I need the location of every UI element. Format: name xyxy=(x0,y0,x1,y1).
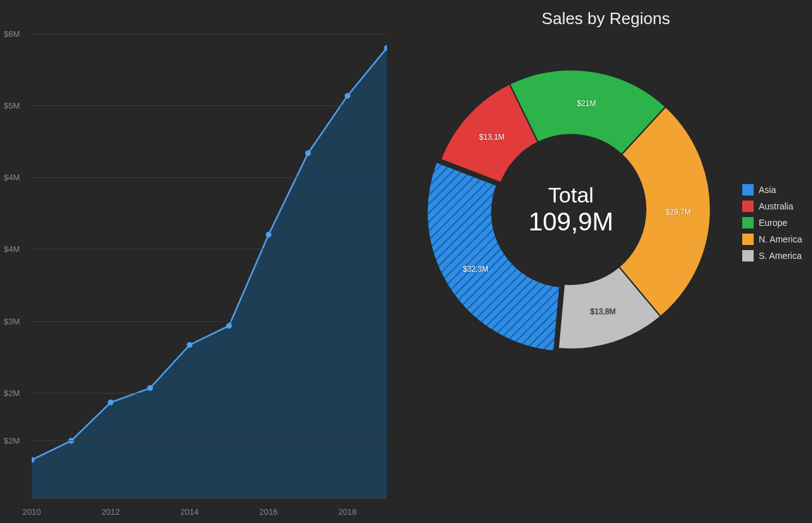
donut-slice-label: $21M xyxy=(577,99,596,108)
legend-label: Australia xyxy=(759,201,793,211)
svg-point-5 xyxy=(226,323,232,329)
legend-swatch xyxy=(742,201,754,212)
y-axis-tick: $5M xyxy=(4,100,20,110)
area-chart: $2M$2M$3M$4M$4M$5M$6M 201020122014201620… xyxy=(0,0,400,523)
donut-chart-panel: Sales by Regions Total 109,9M $13,8M$32,… xyxy=(400,0,812,523)
donut-center-total-value: 109,9M xyxy=(528,208,613,236)
donut-center-label: Total 109,9M xyxy=(528,183,613,236)
donut-title: Sales by Regions xyxy=(400,9,812,29)
svg-point-2 xyxy=(108,400,114,406)
legend-swatch xyxy=(742,234,754,245)
svg-point-7 xyxy=(305,150,311,156)
x-axis-tick: 2018 xyxy=(338,507,357,517)
legend-item-n-america[interactable]: N. America xyxy=(742,234,802,245)
legend-item-australia[interactable]: Australia xyxy=(742,201,802,212)
x-axis-tick: 2010 xyxy=(23,507,41,517)
x-axis-tick: 2012 xyxy=(102,507,120,517)
legend-swatch xyxy=(742,250,754,262)
svg-point-3 xyxy=(147,385,153,391)
svg-point-4 xyxy=(187,342,192,348)
legend-label: Europe xyxy=(759,218,787,228)
legend-label: Asia xyxy=(759,185,776,195)
donut-slice-label: $13,1M xyxy=(479,133,504,142)
donut-legend: AsiaAustraliaEuropeN. AmericaS. America xyxy=(742,184,802,267)
x-axis-tick: 2016 xyxy=(259,507,278,517)
y-axis-tick: $3M xyxy=(4,316,20,326)
y-axis-tick: $2M xyxy=(4,436,20,446)
donut-slice-label: $29,7M xyxy=(665,208,691,216)
donut-slice-label: $13,8M xyxy=(591,307,616,316)
donut-slice-label: $32,3M xyxy=(463,265,488,274)
y-axis-tick: $4M xyxy=(4,244,20,254)
area-svg xyxy=(32,10,387,498)
donut-center-total-label: Total xyxy=(528,183,613,208)
svg-point-6 xyxy=(266,232,272,237)
legend-swatch xyxy=(742,217,754,228)
legend-swatch xyxy=(742,184,754,195)
legend-item-europe[interactable]: Europe xyxy=(742,217,802,228)
y-axis-tick: $4M xyxy=(4,173,20,182)
legend-label: S. America xyxy=(759,251,802,261)
area-plot xyxy=(32,10,387,498)
legend-label: N. America xyxy=(759,234,802,244)
donut-chart: Total 109,9M $13,8M$32,3M$13,1M$21M$29,7… xyxy=(412,51,730,368)
svg-point-8 xyxy=(344,93,350,98)
x-axis-tick: 2014 xyxy=(180,507,199,517)
legend-item-s-america[interactable]: S. America xyxy=(742,250,802,262)
y-axis-tick: $2M xyxy=(4,388,20,397)
legend-item-asia[interactable]: Asia xyxy=(742,184,802,195)
area-chart-panel: $2M$2M$3M$4M$4M$5M$6M 201020122014201620… xyxy=(0,0,400,523)
y-axis-tick: $6M xyxy=(4,29,20,38)
